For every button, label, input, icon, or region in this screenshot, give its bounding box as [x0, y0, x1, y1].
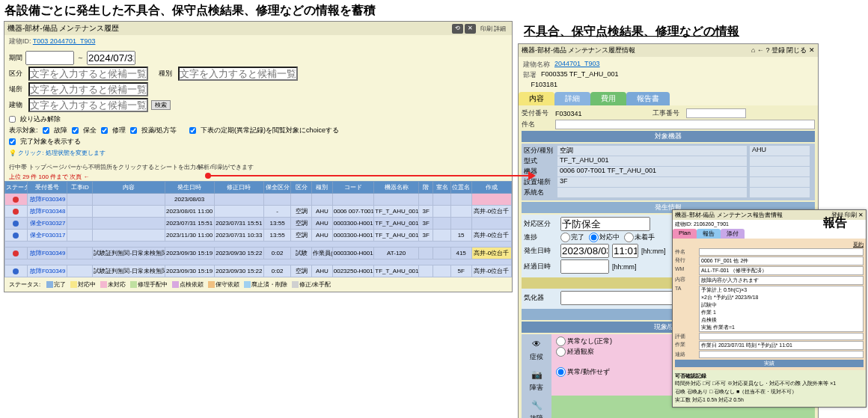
- filter-area: 期間 ～ 区分 種別 場所 建物 検索 絞り込み解除 表示対象: 故障 保全 修…: [4, 48, 512, 162]
- col-header[interactable]: 受付番号: [27, 182, 67, 194]
- detail-bar-icons[interactable]: ⌂ ← ?: [751, 46, 769, 54]
- date-from[interactable]: [25, 51, 74, 65]
- in-kbn[interactable]: [28, 67, 148, 81]
- detail-bldg-link[interactable]: 2044701_T903: [554, 60, 600, 70]
- report-label: 報告: [823, 215, 847, 231]
- close-icon[interactable]: ✕: [465, 24, 476, 34]
- maintenance-list-panel: 機器-部材-備品 メンテナンス履歴 ⟲ ✕ 印刷 詳細 建物ID: T003 2…: [4, 21, 513, 292]
- lbl-kbn: 区分: [9, 69, 25, 79]
- col-header[interactable]: コード: [332, 182, 374, 194]
- table-row[interactable]: 故障F030349試験証判無関-日常未検無関2023/09/30 15:1920…: [5, 248, 512, 259]
- in-occur-d[interactable]: [560, 244, 609, 258]
- chk-opt0[interactable]: [43, 127, 49, 134]
- col-header[interactable]: 室名: [433, 182, 450, 194]
- col-header[interactable]: 発生日時: [165, 182, 214, 194]
- chk-opt3[interactable]: [130, 127, 137, 134]
- in-elapsed[interactable]: [560, 259, 609, 274]
- tab-cost[interactable]: 費用: [590, 92, 626, 105]
- col-header[interactable]: 種別: [311, 182, 332, 194]
- tab-detail[interactable]: 詳細: [554, 92, 590, 105]
- legend-item: 保守依頼: [208, 281, 239, 288]
- legend-item: 修正/未手配: [292, 281, 331, 288]
- legend-item: 修理手配中: [130, 281, 168, 288]
- sub-title: 不具合、保守点検結果、修理などの情報: [524, 24, 739, 40]
- list-count: 上位 29 件 100 件まで 次頁 ←: [4, 173, 512, 181]
- list-hint: 行中帯 トップページバーから不明箇所をクリックするとシートを出力/解析/印刷がで…: [4, 162, 512, 173]
- col-header[interactable]: ステータス: [5, 182, 28, 194]
- maintenance-table: ステータス受付番号工事ID内容発生日時修正日時保全区分区分種別コード機器名称階室…: [4, 181, 512, 277]
- col-header[interactable]: 作成: [471, 182, 512, 194]
- col-header[interactable]: 階: [419, 182, 433, 194]
- lbl-bldg: 建物: [9, 100, 25, 110]
- prog-wip[interactable]: [589, 233, 599, 242]
- search-button[interactable]: 検索: [151, 100, 171, 110]
- obs-icon[interactable]: 🔧: [530, 399, 543, 412]
- detail-breadcrumb: 機器-部材-備品 メンテナンス履歴情報: [522, 46, 636, 55]
- in-status[interactable]: [560, 217, 650, 231]
- legend-item: 対応中: [70, 281, 96, 288]
- table-row[interactable]: 保全F0303272023/07/31 15:512023/07/31 15:5…: [5, 218, 512, 230]
- rtab-attach[interactable]: 添付: [721, 229, 745, 239]
- prog-done[interactable]: [560, 233, 570, 242]
- in-occur-t[interactable]: [612, 244, 638, 258]
- detail-bar-right[interactable]: 登録 閉じる ✕: [771, 46, 815, 54]
- tab-content[interactable]: 内容: [519, 92, 554, 105]
- table-row[interactable]: 故障F0303482023/08/01 11:00-空調AHU0006 007-…: [5, 206, 512, 218]
- chk-opt2[interactable]: [101, 127, 108, 134]
- obs-opt[interactable]: [556, 347, 566, 357]
- tab-report[interactable]: 報告書: [626, 92, 670, 105]
- table-row[interactable]: 故障F030349試験証判無関-日常未検無関2023/09/30 15:1920…: [5, 265, 512, 277]
- chk-clear[interactable]: [9, 116, 16, 123]
- main-title: 各設備ごとに発生した不具合、保守点検結果、修理などの情報を蓄積: [4, 3, 376, 19]
- in-name[interactable]: [555, 120, 815, 129]
- obs-opt[interactable]: [556, 336, 566, 346]
- bar-actions[interactable]: 印刷 詳細: [477, 24, 509, 34]
- col-header[interactable]: 位置名: [450, 182, 471, 194]
- building-link[interactable]: T003 2044701_T903: [33, 37, 96, 45]
- chk-ex[interactable]: [189, 127, 196, 134]
- legend-item: 点検依頼: [172, 281, 204, 288]
- col-header[interactable]: 区分: [291, 182, 312, 194]
- report-panel: 機器-部材-備品 メンテナンス報告書情報登録 印刷 ✕ 建物ID: 210626…: [672, 209, 867, 408]
- chk-opt1[interactable]: [72, 127, 79, 134]
- lbl-loc2: 種別: [159, 69, 175, 79]
- lbl-period: 期間: [9, 53, 22, 63]
- help-icon[interactable]: ⟲: [452, 24, 463, 34]
- status-legend: ステータス: 完了対応中未対応修理手配中点検依頼保守依頼廃止済・削除修正/未手配: [4, 277, 512, 292]
- sec-target: 対象機器: [522, 131, 815, 142]
- date-to[interactable]: [87, 51, 135, 65]
- obs-icon[interactable]: 👁: [530, 337, 543, 351]
- col-header[interactable]: 工事ID: [67, 182, 93, 194]
- lbl-loc: 場所: [9, 84, 25, 94]
- legend-item: 完了: [46, 281, 66, 288]
- panel-titlebar: 機器-部材-備品 メンテナンス履歴 ⟲ ✕ 印刷 詳細: [4, 22, 512, 35]
- rtab-report[interactable]: 報告: [697, 229, 721, 239]
- in-work[interactable]: [686, 108, 746, 118]
- chk-done[interactable]: [9, 138, 16, 145]
- table-row[interactable]: 故障F0303492023/08/03: [5, 194, 512, 206]
- col-header[interactable]: 修正日時: [214, 182, 263, 194]
- table-row[interactable]: 保全F0303172023/11/30 11:002023/07/31 10:3…: [5, 230, 512, 242]
- col-header[interactable]: 内容: [93, 182, 165, 194]
- obs-icon[interactable]: 📷: [530, 368, 543, 381]
- legend-item: 未対応: [100, 281, 126, 288]
- breadcrumb: 機器-部材-備品 メンテナンス履歴: [7, 23, 119, 34]
- obs-opt[interactable]: [556, 367, 566, 377]
- legend-item: 廃止済・削除: [244, 281, 287, 288]
- relation-arrow: [208, 175, 530, 176]
- help-text: 💡 クリック: 処理状態を変更します: [9, 149, 507, 157]
- col-header[interactable]: 保全区分: [263, 182, 290, 194]
- in-loc[interactable]: [28, 82, 148, 96]
- in-type[interactable]: [178, 67, 298, 81]
- col-header[interactable]: 機器名称: [374, 182, 419, 194]
- rtab-plan[interactable]: Plan: [673, 229, 697, 239]
- in-bldg[interactable]: [28, 98, 148, 112]
- prog-none[interactable]: [624, 233, 634, 242]
